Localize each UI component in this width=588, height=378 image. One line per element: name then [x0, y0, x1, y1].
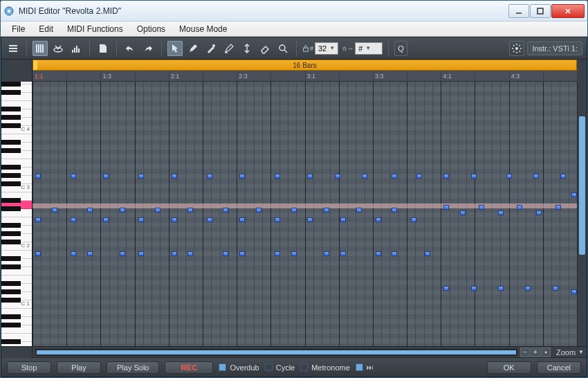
- midi-note[interactable]: [479, 205, 484, 210]
- magnify-tool-icon[interactable]: [275, 41, 291, 56]
- midi-note[interactable]: [555, 205, 561, 210]
- maximize-button[interactable]: [530, 4, 551, 18]
- midi-note[interactable]: [498, 210, 504, 215]
- drum-editor-icon[interactable]: [50, 41, 66, 56]
- midi-note[interactable]: [71, 251, 76, 256]
- midi-note[interactable]: [392, 174, 397, 179]
- pattern-draw-tool-icon[interactable]: [221, 41, 237, 56]
- midi-note[interactable]: [71, 217, 76, 222]
- length-lock-icon[interactable]: ↔: [342, 43, 353, 54]
- midi-note[interactable]: [536, 210, 542, 215]
- overdub-checkbox[interactable]: Overdub: [219, 363, 259, 372]
- midi-note[interactable]: [392, 208, 397, 213]
- midi-note[interactable]: [172, 251, 177, 256]
- midi-note[interactable]: [103, 174, 109, 179]
- instrument-button[interactable]: Instr.: VSTi 1:: [527, 42, 582, 55]
- midi-note[interactable]: [324, 251, 329, 256]
- midi-note[interactable]: [571, 192, 577, 197]
- midi-note[interactable]: [553, 286, 558, 291]
- event-list-icon[interactable]: [6, 41, 21, 56]
- region-bar[interactable]: 16 Bars: [33, 60, 577, 71]
- midi-note[interactable]: [187, 251, 193, 256]
- horizontal-scrollbar-thumb[interactable]: [37, 350, 516, 354]
- midi-note[interactable]: [275, 251, 280, 256]
- midi-note[interactable]: [291, 251, 297, 256]
- split-tool-icon[interactable]: [239, 41, 255, 56]
- zoom-in-button[interactable]: +: [531, 348, 540, 357]
- quantize-lock-icon[interactable]: #: [302, 43, 313, 54]
- midi-note[interactable]: [35, 217, 41, 222]
- redo-icon[interactable]: [140, 41, 156, 56]
- midi-note[interactable]: [138, 174, 144, 179]
- time-ruler[interactable]: 1:11:32:12:33:13:34:14:3: [33, 71, 577, 82]
- midi-note[interactable]: [239, 217, 245, 222]
- quantize-select[interactable]: 32▼: [315, 42, 338, 55]
- zoom-out-button[interactable]: −: [520, 348, 530, 357]
- zoom-fit-button[interactable]: ▪: [541, 348, 551, 357]
- midi-note[interactable]: [35, 174, 41, 179]
- drumstick-tool-icon[interactable]: [203, 41, 219, 56]
- record-button[interactable]: REC: [165, 361, 213, 374]
- ok-button[interactable]: OK: [487, 361, 531, 374]
- midi-note[interactable]: [571, 289, 577, 294]
- menu-mouse-mode[interactable]: Mouse Mode: [174, 23, 232, 35]
- midi-note[interactable]: [71, 174, 76, 179]
- midi-note[interactable]: [356, 208, 362, 213]
- metronome-checkbox[interactable]: Metronome: [300, 363, 350, 372]
- pointer-tool-icon[interactable]: [167, 41, 183, 56]
- cycle-checkbox[interactable]: Cycle: [265, 363, 295, 372]
- draw-tool-icon[interactable]: [185, 41, 201, 56]
- midi-note[interactable]: [256, 208, 261, 213]
- play-button[interactable]: Play: [57, 361, 101, 374]
- close-button[interactable]: [551, 4, 585, 18]
- stop-button[interactable]: Stop: [7, 361, 51, 374]
- midi-note[interactable]: [239, 251, 245, 256]
- midi-note[interactable]: [471, 174, 477, 179]
- midi-note[interactable]: [443, 286, 449, 291]
- quantize-apply-button[interactable]: Q: [394, 41, 407, 56]
- midi-note[interactable]: [460, 210, 466, 215]
- midi-note[interactable]: [87, 251, 93, 256]
- midi-note[interactable]: [307, 174, 313, 179]
- minimize-button[interactable]: [508, 4, 529, 18]
- play-solo-button[interactable]: Play Solo: [107, 361, 159, 374]
- midi-note[interactable]: [416, 174, 422, 179]
- length-select[interactable]: #▼: [355, 42, 383, 55]
- vertical-scrollbar-thumb[interactable]: [579, 116, 585, 255]
- settings-gear-icon[interactable]: [509, 41, 524, 56]
- midi-note[interactable]: [307, 217, 313, 222]
- note-grid[interactable]: [33, 82, 577, 346]
- midi-note[interactable]: [291, 208, 297, 213]
- piano-roll-icon[interactable]: [33, 41, 48, 56]
- menu-midi-functions[interactable]: MIDI Functions: [62, 23, 129, 35]
- midi-note[interactable]: [335, 174, 340, 179]
- midi-note[interactable]: [187, 208, 193, 213]
- midi-note[interactable]: [138, 217, 144, 222]
- midi-note[interactable]: [517, 205, 522, 210]
- midi-note[interactable]: [560, 174, 566, 179]
- midi-note[interactable]: [498, 286, 504, 291]
- midi-note[interactable]: [411, 217, 416, 222]
- midi-note[interactable]: [506, 174, 512, 179]
- midi-note[interactable]: [275, 174, 280, 179]
- midi-note[interactable]: [207, 217, 212, 222]
- midi-note[interactable]: [471, 286, 477, 291]
- midi-note[interactable]: [120, 208, 125, 213]
- midi-note[interactable]: [172, 217, 177, 222]
- vertical-scrollbar[interactable]: [577, 82, 587, 346]
- midi-note[interactable]: [392, 251, 397, 256]
- midi-note[interactable]: [52, 208, 57, 213]
- midi-note[interactable]: [223, 208, 228, 213]
- midi-note[interactable]: [443, 205, 449, 210]
- midi-note[interactable]: [324, 208, 329, 213]
- midi-note[interactable]: [239, 174, 245, 179]
- menu-edit[interactable]: Edit: [33, 23, 59, 35]
- horizontal-scrollbar[interactable]: [35, 349, 517, 356]
- midi-note[interactable]: [172, 174, 177, 179]
- undo-icon[interactable]: [122, 41, 138, 56]
- midi-note[interactable]: [207, 174, 212, 179]
- midi-note[interactable]: [533, 174, 539, 179]
- midi-note[interactable]: [376, 251, 381, 256]
- velocity-view-icon[interactable]: [68, 41, 84, 56]
- midi-note[interactable]: [138, 251, 144, 256]
